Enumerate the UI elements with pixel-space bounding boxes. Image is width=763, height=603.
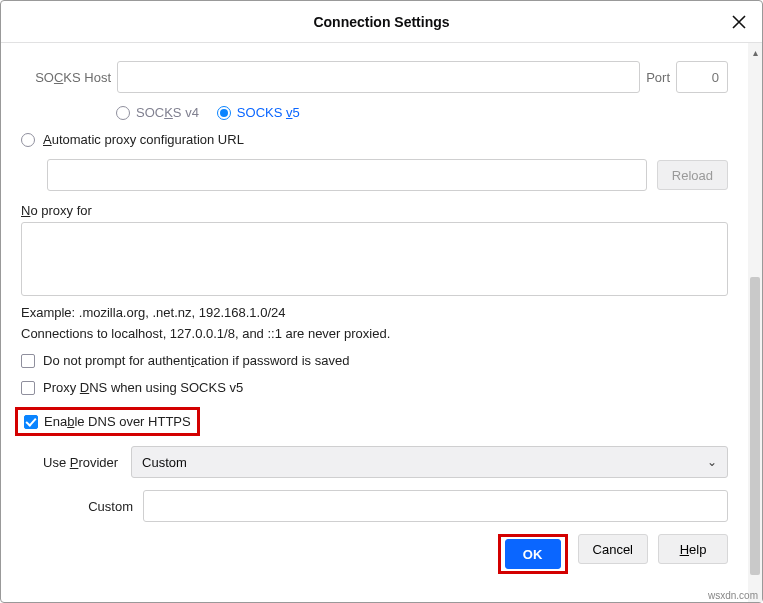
no-proxy-note: Connections to localhost, 127.0.0.1/8, a… bbox=[21, 326, 728, 341]
no-proxy-example: Example: .mozilla.org, .net.nz, 192.168.… bbox=[21, 305, 728, 320]
socks-host-input[interactable] bbox=[117, 61, 640, 93]
chevron-down-icon: ⌄ bbox=[707, 455, 717, 469]
ok-button[interactable]: OK bbox=[505, 539, 561, 569]
socks-v5-option[interactable]: SOCKS v5 bbox=[217, 105, 300, 120]
dialog-title: Connection Settings bbox=[313, 14, 449, 30]
custom-label: Custom bbox=[43, 499, 133, 514]
no-prompt-label: Do not prompt for authentication if pass… bbox=[43, 353, 349, 368]
scrollbar[interactable]: ▴ bbox=[748, 43, 762, 602]
auto-url-label: Automatic proxy configuration URL bbox=[43, 132, 244, 147]
radio-auto-url[interactable] bbox=[21, 133, 35, 147]
checkbox-enable-doh[interactable] bbox=[24, 415, 38, 429]
cancel-button[interactable]: Cancel bbox=[578, 534, 648, 564]
connection-settings-dialog: Connection Settings SOCKS Host Port SOCK… bbox=[0, 0, 763, 603]
no-proxy-textarea[interactable] bbox=[21, 222, 728, 296]
enable-doh-highlight: Enable DNS over HTTPS bbox=[15, 407, 200, 436]
close-icon bbox=[732, 15, 746, 29]
provider-select[interactable]: Custom ⌄ bbox=[131, 446, 728, 478]
scroll-content: SOCKS Host Port SOCKS v4 SOCKS v5 A bbox=[1, 43, 748, 602]
auto-url-input[interactable] bbox=[47, 159, 647, 191]
socks-v4-option[interactable]: SOCKS v4 bbox=[116, 105, 199, 120]
port-label: Port bbox=[646, 70, 670, 85]
enable-doh-label: Enable DNS over HTTPS bbox=[44, 414, 191, 429]
checkbox-no-prompt[interactable] bbox=[21, 354, 35, 368]
scroll-thumb[interactable] bbox=[750, 277, 760, 575]
radio-socks-v5 bbox=[217, 106, 231, 120]
socks-port-input[interactable] bbox=[676, 61, 728, 93]
checkbox-proxy-dns[interactable] bbox=[21, 381, 35, 395]
close-button[interactable] bbox=[726, 9, 752, 35]
provider-value: Custom bbox=[142, 455, 187, 470]
proxy-dns-label: Proxy DNS when using SOCKS v5 bbox=[43, 380, 243, 395]
no-proxy-label: No proxy for bbox=[21, 203, 728, 218]
custom-input[interactable] bbox=[143, 490, 728, 522]
scroll-track[interactable] bbox=[748, 61, 762, 602]
radio-socks-v4 bbox=[116, 106, 130, 120]
titlebar: Connection Settings bbox=[1, 1, 762, 43]
provider-label: Use Provider bbox=[43, 455, 121, 470]
help-button[interactable]: Help bbox=[658, 534, 728, 564]
ok-highlight: OK bbox=[498, 534, 568, 574]
scroll-up-icon[interactable]: ▴ bbox=[748, 43, 762, 61]
reload-button[interactable]: Reload bbox=[657, 160, 728, 190]
socks-host-label: SOCKS Host bbox=[21, 70, 111, 85]
watermark: wsxdn.com bbox=[708, 590, 758, 601]
